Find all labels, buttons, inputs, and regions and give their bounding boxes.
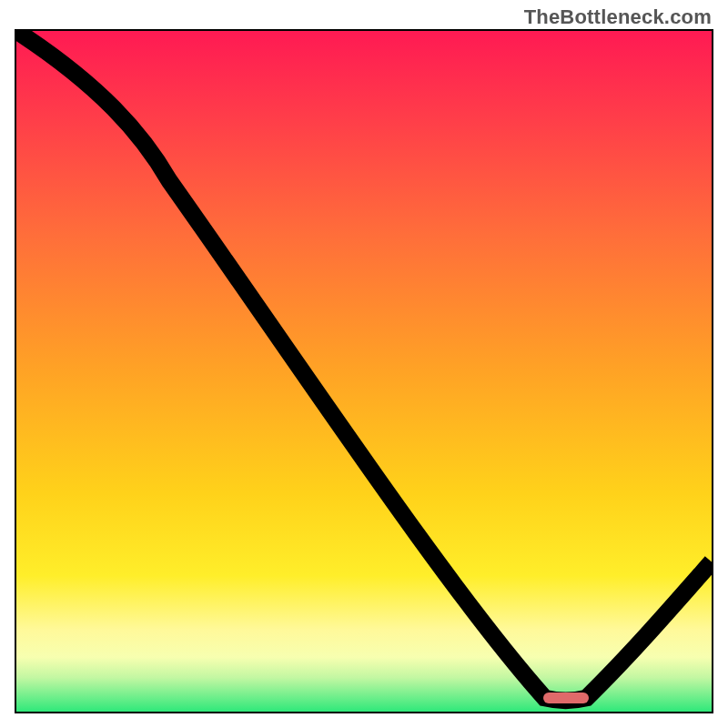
optimum-marker (543, 693, 589, 703)
chart-frame: TheBottleneck.com (0, 0, 728, 728)
plot-area (15, 29, 713, 713)
bottleneck-curve (16, 31, 712, 701)
attribution-text: TheBottleneck.com (524, 5, 712, 29)
curve-svg (16, 31, 712, 712)
